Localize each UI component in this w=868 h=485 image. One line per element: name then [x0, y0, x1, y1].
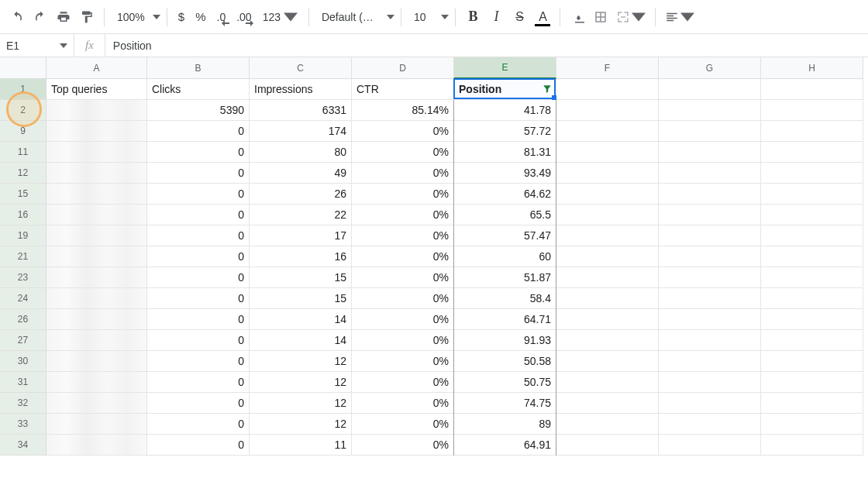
cell[interactable]: 0	[147, 225, 250, 246]
cell[interactable]	[659, 142, 761, 163]
cell[interactable]: 0	[147, 205, 250, 225]
cell[interactable]: 0%	[352, 351, 454, 372]
cell[interactable]	[556, 414, 659, 435]
cell[interactable]	[556, 288, 659, 309]
row-header[interactable]: 34	[0, 435, 46, 456]
bold-button[interactable]: B	[462, 6, 484, 28]
cell[interactable]	[659, 100, 761, 121]
cell[interactable]	[46, 100, 147, 121]
fill-color-button[interactable]	[567, 6, 588, 28]
zoom-dropdown-icon[interactable]	[153, 13, 160, 21]
cell[interactable]: 64.91	[454, 435, 556, 456]
cell[interactable]: 0%	[352, 121, 454, 142]
cell[interactable]: 0	[147, 184, 250, 205]
cell[interactable]	[659, 351, 761, 372]
cell[interactable]: 6331	[250, 100, 352, 121]
cell[interactable]: 0	[147, 267, 250, 288]
cell[interactable]: 0%	[352, 267, 454, 288]
cell[interactable]: 174	[250, 121, 352, 142]
size-dropdown-icon[interactable]	[441, 13, 449, 21]
row-header[interactable]: 33	[0, 414, 46, 435]
row-header[interactable]: 27	[0, 330, 46, 351]
cell[interactable]	[761, 435, 863, 456]
row-header[interactable]: 21	[0, 246, 46, 267]
cell[interactable]: 0%	[352, 309, 454, 330]
cell[interactable]: 14	[250, 309, 352, 330]
cell[interactable]: 0%	[352, 205, 454, 225]
header-cell[interactable]: Top queries	[46, 79, 147, 100]
cell[interactable]	[659, 372, 761, 393]
row-header[interactable]: 26	[0, 309, 46, 330]
cell[interactable]	[761, 184, 863, 205]
cell[interactable]: 0	[147, 309, 250, 330]
cell[interactable]: 74.75	[454, 393, 556, 414]
cell[interactable]	[46, 163, 147, 184]
cell[interactable]: 0	[147, 163, 250, 184]
column-header-A[interactable]: A	[46, 57, 147, 79]
row-header[interactable]: 15	[0, 184, 46, 205]
filter-icon[interactable]	[542, 84, 553, 95]
text-color-button[interactable]: A	[532, 6, 553, 28]
cell[interactable]	[46, 267, 147, 288]
cell[interactable]: 15	[250, 267, 352, 288]
cells-area[interactable]: Top queriesClicksImpressionsCTRPosition5…	[46, 79, 863, 456]
cell[interactable]: 58.4	[454, 288, 556, 309]
currency-format-button[interactable]: $	[174, 6, 189, 28]
cell[interactable]	[761, 100, 863, 121]
cell[interactable]: 65.5	[454, 205, 556, 225]
column-header-H[interactable]: H	[761, 57, 863, 79]
font-size-value[interactable]: 10	[408, 11, 440, 23]
cell[interactable]: 60	[454, 246, 556, 267]
cell[interactable]: 0	[147, 435, 250, 456]
cell[interactable]: 0%	[352, 393, 454, 414]
cell[interactable]: 0%	[352, 288, 454, 309]
header-cell[interactable]	[761, 79, 863, 100]
cell[interactable]	[761, 372, 863, 393]
undo-button[interactable]	[6, 6, 28, 28]
cell[interactable]: 0%	[352, 225, 454, 246]
cell[interactable]	[659, 267, 761, 288]
cell[interactable]	[556, 309, 659, 330]
header-cell[interactable]	[556, 79, 659, 100]
cell[interactable]	[46, 351, 147, 372]
cell[interactable]	[659, 309, 761, 330]
row-header[interactable]: 30	[0, 351, 46, 372]
cell[interactable]: 49	[250, 163, 352, 184]
row-header[interactable]: 32	[0, 393, 46, 414]
row-header[interactable]: 12	[0, 163, 46, 184]
row-header[interactable]: 1	[0, 79, 46, 100]
cell[interactable]	[556, 393, 659, 414]
italic-button[interactable]: I	[485, 6, 507, 28]
column-header-B[interactable]: B	[147, 57, 250, 79]
cell[interactable]: 0%	[352, 142, 454, 163]
row-header[interactable]: 31	[0, 372, 46, 393]
cell[interactable]	[46, 142, 147, 163]
cell[interactable]	[761, 121, 863, 142]
row-header[interactable]: 23	[0, 267, 46, 288]
header-cell[interactable]: Position	[454, 79, 556, 100]
header-cell[interactable]	[659, 79, 761, 100]
cell[interactable]	[556, 100, 659, 121]
cell[interactable]	[556, 205, 659, 225]
cell[interactable]	[761, 225, 863, 246]
cell[interactable]	[46, 393, 147, 414]
cell[interactable]	[659, 288, 761, 309]
column-header-F[interactable]: F	[556, 57, 659, 79]
column-header-C[interactable]: C	[250, 57, 352, 79]
row-header[interactable]: 11	[0, 142, 46, 163]
cell[interactable]	[761, 163, 863, 184]
cell[interactable]	[761, 351, 863, 372]
borders-button[interactable]	[590, 6, 611, 28]
column-header-E[interactable]: E	[454, 57, 556, 79]
cell[interactable]: 0	[147, 393, 250, 414]
cell[interactable]: 11	[250, 435, 352, 456]
cell[interactable]	[46, 372, 147, 393]
cell[interactable]: 0%	[352, 163, 454, 184]
cell[interactable]	[761, 205, 863, 225]
cell[interactable]	[761, 414, 863, 435]
cell[interactable]: 0%	[352, 372, 454, 393]
cell[interactable]: 16	[250, 246, 352, 267]
decrease-decimals-button[interactable]: .0	[212, 6, 231, 28]
cell[interactable]: 50.58	[454, 351, 556, 372]
cell[interactable]	[556, 225, 659, 246]
